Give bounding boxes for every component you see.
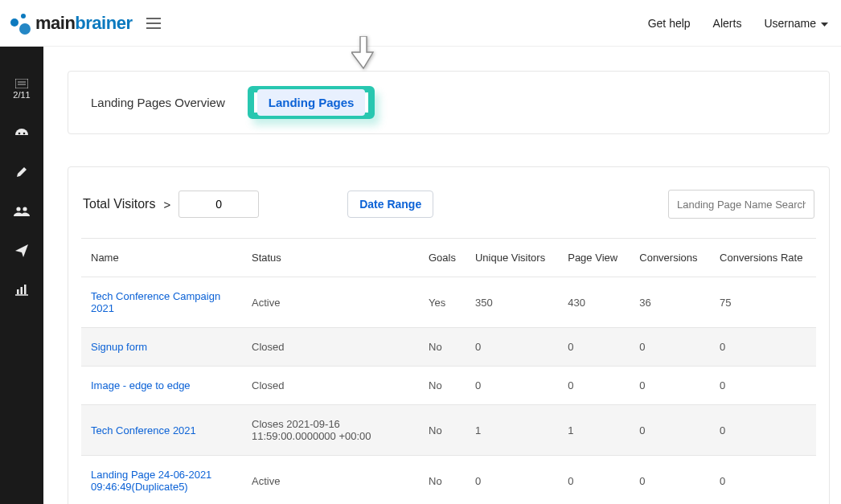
table-row: Image - edge to edgeClosedNo0000 [81,367,816,405]
alerts-link[interactable]: Alerts [713,17,742,30]
row-conversions: 0 [630,328,710,367]
row-unique: 0 [466,328,558,367]
table-row: Landing Page 24-06-2021 09:46:49(Duplica… [81,456,816,505]
col-name[interactable]: Name [81,239,242,277]
sidebar: 2/11 [0,47,43,504]
svg-rect-7 [24,285,27,294]
row-conv-rate: 0 [710,328,816,367]
greater-than-label: > [163,198,170,211]
hamburger-icon[interactable] [146,18,161,29]
row-goals: Yes [419,277,466,328]
logo-icon [8,12,31,35]
svg-point-1 [18,133,21,135]
row-name-link[interactable]: Signup form [91,341,147,353]
row-status: Active [242,277,419,328]
table-row: Signup formClosedNo0000 [81,328,816,367]
row-conversions: 0 [630,367,710,405]
row-goals: No [419,328,466,367]
logo[interactable]: mainbrainer [8,12,132,35]
sidebar-item-counter[interactable]: 2/11 [13,79,30,100]
chevron-down-icon [821,17,828,30]
send-icon[interactable] [15,244,28,257]
search-input[interactable] [668,190,814,219]
date-range-button[interactable]: Date Range [347,191,433,218]
row-status: Closed [242,367,419,405]
total-visitors-label: Total Visitors [83,197,155,211]
row-page-view: 0 [558,456,630,505]
tab-landing-pages[interactable]: Landing Pages [257,89,366,116]
row-status: Active [242,456,419,505]
total-visitors-input[interactable] [178,191,259,218]
col-page-view[interactable]: Page View [558,239,630,277]
col-unique[interactable]: Unique Visitors [466,239,558,277]
landing-pages-table: Name Status Goals Unique Visitors Page V… [81,238,816,504]
col-goals[interactable]: Goals [419,239,466,277]
get-help-link[interactable]: Get help [648,17,691,30]
col-conv-rate[interactable]: Conversions Rate [710,239,816,277]
svg-point-3 [16,207,20,211]
chart-icon[interactable] [15,285,28,296]
dashboard-icon[interactable] [14,127,29,138]
row-name-link[interactable]: Tech Conference Campaign 2021 [91,290,220,314]
svg-rect-0 [15,79,28,88]
tab-overview[interactable]: Landing Pages Overview [83,91,233,114]
svg-rect-5 [17,289,19,294]
table-row: Tech Conference Campaign 2021ActiveYes35… [81,277,816,328]
table-header-row: Name Status Goals Unique Visitors Page V… [81,239,816,277]
row-name-link[interactable]: Tech Conference 2021 [91,424,196,436]
row-conv-rate: 0 [710,405,816,456]
row-conv-rate: 0 [710,456,816,505]
row-conv-rate: 75 [710,277,816,328]
pencil-icon[interactable] [15,166,28,178]
row-page-view: 1 [558,405,630,456]
row-page-view: 0 [558,367,630,405]
row-name-link[interactable]: Landing Page 24-06-2021 09:46:49(Duplica… [91,469,211,493]
row-conversions: 0 [630,405,710,456]
row-page-view: 430 [558,277,630,328]
row-conversions: 36 [630,277,710,328]
row-conv-rate: 0 [710,367,816,405]
app-header: mainbrainer Get help Alerts Username [0,0,841,47]
tab-highlight: Landing Pages [248,86,375,119]
row-goals: No [419,405,466,456]
callout-arrow-icon [351,36,375,72]
row-goals: No [419,367,466,405]
svg-rect-6 [21,287,23,294]
svg-point-2 [23,133,26,135]
svg-point-4 [23,207,27,211]
main-content: Landing Pages Overview Landing Pages Tot… [43,47,841,504]
data-panel: Total Visitors > Date Range Name Status … [68,166,830,504]
tabs-panel: Landing Pages Overview Landing Pages [68,71,830,134]
sidebar-counter-label: 2/11 [13,90,30,100]
counter-icon [15,79,28,88]
row-page-view: 0 [558,328,630,367]
table-row: Tech Conference 2021Closes 2021-09-16 11… [81,405,816,456]
filters-bar: Total Visitors > Date Range [81,190,816,238]
logo-text: mainbrainer [35,13,132,34]
row-unique: 1 [466,405,558,456]
row-conversions: 0 [630,456,710,505]
username-menu[interactable]: Username [764,17,828,30]
col-conversions[interactable]: Conversions [630,239,710,277]
row-status: Closed [242,328,419,367]
row-unique: 0 [466,367,558,405]
users-icon[interactable] [14,206,30,217]
row-goals: No [419,456,466,505]
row-status: Closes 2021-09-16 11:59:00.0000000 +00:0… [242,405,419,456]
row-name-link[interactable]: Image - edge to edge [91,379,191,391]
row-unique: 350 [466,277,558,328]
col-status[interactable]: Status [242,239,419,277]
username-label: Username [764,17,816,30]
row-unique: 0 [466,456,558,505]
